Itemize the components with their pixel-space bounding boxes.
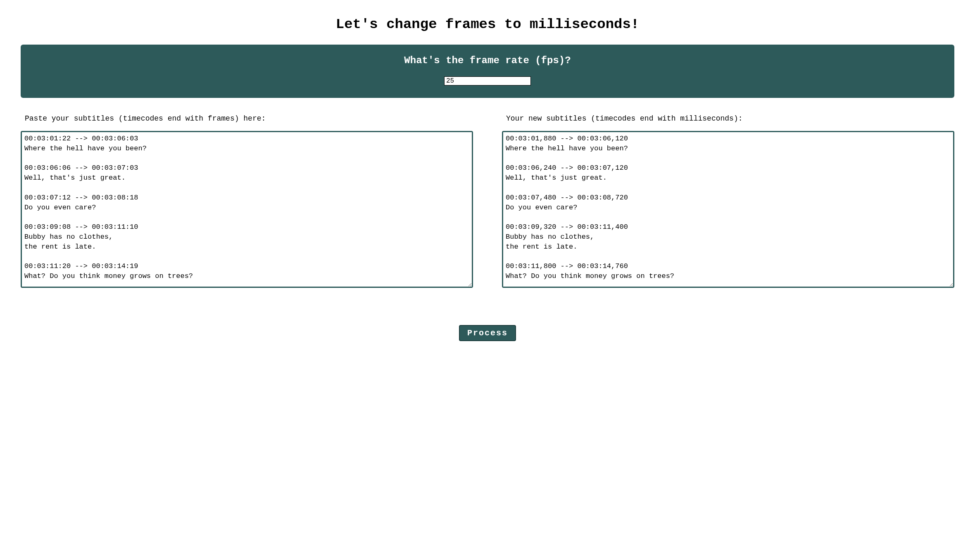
- input-label: Paste your subtitles (timecodes end with…: [21, 114, 473, 123]
- button-row: Process: [21, 325, 954, 341]
- output-label: Your new subtitles (timecodes end with m…: [502, 114, 954, 123]
- process-button[interactable]: Process: [459, 325, 516, 341]
- input-subtitles-textarea[interactable]: [21, 131, 473, 288]
- fps-label: What's the frame rate (fps)?: [29, 55, 946, 66]
- fps-input[interactable]: [444, 76, 531, 85]
- output-column: Your new subtitles (timecodes end with m…: [502, 114, 954, 288]
- page-title: Let's change frames to milliseconds!: [21, 17, 954, 32]
- subtitle-columns: Paste your subtitles (timecodes end with…: [21, 114, 954, 288]
- input-column: Paste your subtitles (timecodes end with…: [21, 114, 473, 288]
- output-subtitles-textarea[interactable]: [502, 131, 954, 288]
- fps-panel: What's the frame rate (fps)?: [21, 45, 954, 98]
